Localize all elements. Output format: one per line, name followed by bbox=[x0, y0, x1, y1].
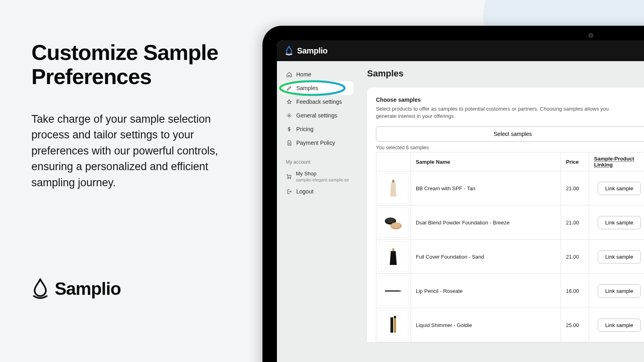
table-row: BB Cream with SPF - Tan21.00Link sample bbox=[376, 171, 644, 206]
link-cell: Link sample bbox=[589, 240, 644, 274]
logout-label: Logout bbox=[296, 188, 314, 195]
sample-price: 25.00 bbox=[561, 308, 589, 342]
drop-icon bbox=[31, 278, 49, 299]
star-icon bbox=[286, 99, 292, 105]
sample-name: Dual Blend Powder Foundation - Breeze bbox=[411, 206, 561, 240]
sample-name: Lip Pencil - Roseate bbox=[411, 274, 561, 308]
app-brand: Samplio bbox=[297, 46, 328, 56]
thumb-cell bbox=[376, 240, 411, 274]
link-sample-button[interactable]: Link sample bbox=[598, 216, 641, 229]
svg-point-3 bbox=[290, 178, 291, 179]
product-thumb bbox=[378, 241, 409, 272]
product-thumb bbox=[378, 173, 409, 204]
link-cell: Link sample bbox=[589, 171, 644, 206]
table-row: Dual Blend Powder Foundation - Breeze21.… bbox=[376, 206, 644, 240]
svg-rect-13 bbox=[394, 317, 396, 333]
sidebar-item-feedback-settings[interactable]: Feedback settings bbox=[281, 95, 353, 109]
brand-name: Samplio bbox=[55, 279, 121, 299]
thumb-cell bbox=[376, 274, 411, 308]
col-name: Sample Name bbox=[411, 152, 561, 171]
col-price: Price bbox=[561, 152, 589, 171]
table-row: Liquid Shimmer - Goldie25.00Link sample bbox=[376, 308, 644, 342]
link-cell: Link sample bbox=[589, 206, 644, 240]
svg-point-2 bbox=[288, 178, 289, 179]
thumb-cell bbox=[376, 308, 411, 342]
svg-rect-4 bbox=[392, 180, 394, 183]
footer-logo: Samplio bbox=[31, 278, 121, 299]
nav-label: General settings bbox=[296, 112, 337, 119]
section-title: Choose samples bbox=[376, 97, 644, 103]
link-cell: Link sample bbox=[589, 274, 644, 308]
logout-icon bbox=[286, 188, 292, 195]
sample-name: BB Cream with SPF - Tan bbox=[411, 171, 561, 206]
gear-icon bbox=[286, 112, 292, 119]
svg-rect-12 bbox=[390, 317, 393, 333]
sidebar: HomeSamplesFeedback settingsGeneral sett… bbox=[277, 61, 357, 362]
link-sample-button[interactable]: Link sample bbox=[598, 284, 641, 298]
pencil-icon bbox=[286, 85, 292, 91]
drop-icon bbox=[285, 46, 293, 56]
thumb-cell bbox=[376, 171, 411, 206]
thumb-cell bbox=[376, 206, 411, 240]
nav-label: Payment Policy bbox=[296, 140, 335, 146]
sample-name: Liquid Shimmer - Goldie bbox=[411, 308, 561, 342]
product-thumb bbox=[378, 276, 409, 306]
dollar-icon bbox=[286, 126, 292, 132]
nav-label: Pricing bbox=[296, 126, 314, 132]
link-cell: Link sample bbox=[589, 308, 644, 342]
sample-name: Full Cover Foundation - Sand bbox=[411, 240, 561, 274]
app-topbar: Samplio bbox=[277, 40, 644, 61]
table-row: Lip Pencil - Roseate16.00Link sample bbox=[376, 274, 644, 308]
sidebar-item-pricing[interactable]: Pricing bbox=[281, 122, 353, 136]
svg-marker-11 bbox=[400, 291, 402, 292]
account-section-label: My account bbox=[281, 150, 353, 168]
svg-rect-10 bbox=[385, 291, 399, 292]
nav-label: Samples bbox=[296, 85, 318, 91]
nav-label: Feedback settings bbox=[296, 99, 342, 105]
shop-url: samplio-elegant-sample-se bbox=[296, 177, 349, 182]
sidebar-item-logout[interactable]: Logout bbox=[281, 185, 353, 198]
product-thumb bbox=[378, 310, 409, 340]
home-icon bbox=[286, 71, 292, 78]
sidebar-item-samples[interactable]: Samples bbox=[281, 81, 353, 95]
link-sample-button[interactable]: Link sample bbox=[598, 182, 641, 195]
table-row: Full Cover Foundation - Sand21.00Link sa… bbox=[376, 240, 644, 274]
col-thumb bbox=[376, 152, 411, 171]
sidebar-item-payment-policy[interactable]: Payment Policy bbox=[281, 136, 353, 150]
camera-dot bbox=[588, 33, 593, 38]
cart-icon bbox=[286, 173, 292, 180]
shop-name: My Shop bbox=[296, 171, 316, 177]
svg-point-8 bbox=[392, 222, 401, 228]
tablet-frame: Samplio HomeSamplesFeedback settingsGene… bbox=[262, 26, 644, 362]
svg-point-1 bbox=[288, 115, 290, 116]
link-sample-button[interactable]: Link sample bbox=[598, 250, 641, 263]
samples-card: Choose samples Select products to offer … bbox=[367, 88, 644, 342]
subcopy: Take charge of your sample selection pro… bbox=[31, 111, 241, 191]
svg-rect-9 bbox=[392, 249, 394, 251]
headline: Customize Sample Preferences bbox=[31, 40, 241, 89]
section-description: Select products to offer as samples to p… bbox=[376, 105, 625, 120]
sidebar-item-general-settings[interactable]: General settings bbox=[281, 109, 353, 122]
sidebar-item-myshop[interactable]: My Shop samplio-elegant-sample-se bbox=[281, 168, 353, 185]
page-title: Samples bbox=[367, 68, 644, 79]
sidebar-item-home[interactable]: Home bbox=[281, 68, 353, 81]
samples-table: Sample Name Price Sample-Product Linking… bbox=[376, 152, 644, 342]
product-thumb bbox=[378, 207, 409, 238]
sample-price: 21.00 bbox=[561, 171, 589, 206]
col-linking: Sample-Product Linking bbox=[589, 152, 644, 171]
main-content: Samples Choose samples Select products t… bbox=[357, 61, 644, 362]
document-icon bbox=[286, 140, 292, 146]
link-sample-button[interactable]: Link sample bbox=[598, 319, 641, 332]
svg-rect-14 bbox=[394, 316, 396, 318]
svg-point-6 bbox=[386, 218, 395, 223]
sample-price: 21.00 bbox=[561, 240, 589, 274]
selected-count: You selected 6 samples bbox=[376, 145, 644, 150]
nav-label: Home bbox=[296, 71, 311, 78]
sample-price: 16.00 bbox=[561, 274, 589, 308]
sample-price: 21.00 bbox=[561, 206, 589, 240]
select-samples-button[interactable]: Select samples bbox=[376, 126, 644, 142]
